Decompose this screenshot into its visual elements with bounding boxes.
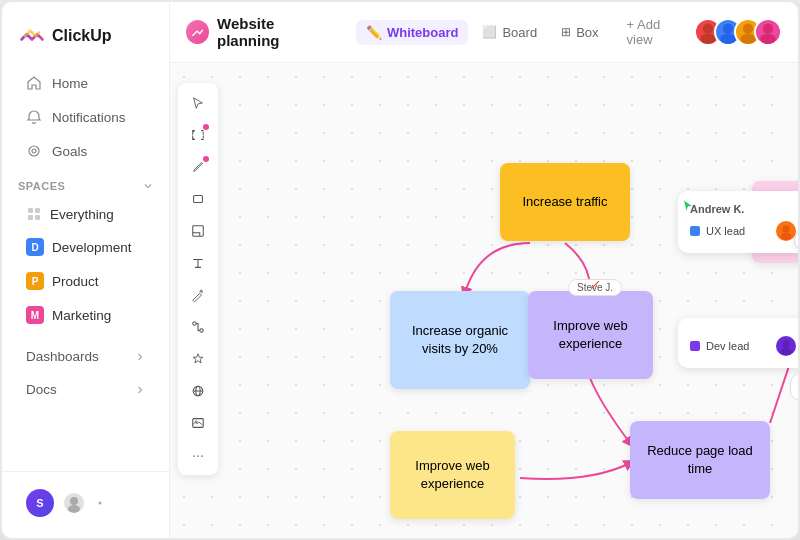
- svg-point-0: [29, 146, 39, 156]
- ux-avatar: [776, 221, 796, 241]
- badge-nikita: Nikita Q.: [790, 373, 798, 401]
- whiteboard-canvas[interactable]: ···: [170, 63, 798, 538]
- tool-rect[interactable]: [184, 185, 212, 213]
- svg-point-27: [782, 341, 789, 348]
- svg-point-13: [743, 23, 753, 33]
- tool-magic[interactable]: [184, 281, 212, 309]
- user-profile[interactable]: S: [10, 481, 161, 525]
- home-icon: [26, 75, 42, 91]
- chevron-right-icon: [135, 352, 145, 362]
- svg-point-25: [782, 226, 789, 233]
- spaces-section-header: Spaces: [2, 168, 169, 198]
- tool-globe[interactable]: [184, 377, 212, 405]
- svg-rect-3: [35, 208, 40, 213]
- svg-rect-17: [194, 196, 203, 203]
- svg-point-28: [781, 348, 792, 355]
- sticky-increase-traffic[interactable]: Increase traffic: [500, 163, 630, 241]
- user-menu-dot: [96, 499, 104, 507]
- header-tabs: ✏️ Whiteboard ⬜ Board ⊞ Box + Add view: [356, 12, 686, 52]
- svg-point-16: [760, 34, 775, 44]
- card-andrew[interactable]: Andrew K. UX lead: [678, 191, 798, 253]
- svg-rect-2: [28, 208, 33, 213]
- space-marketing[interactable]: M Marketing: [10, 299, 161, 331]
- user-avatar: S: [26, 489, 54, 517]
- svg-point-26: [781, 233, 792, 240]
- svg-point-11: [723, 23, 733, 33]
- svg-rect-5: [35, 215, 40, 220]
- card-dev[interactable]: Dev lead: [678, 318, 798, 368]
- svg-point-1: [32, 149, 36, 153]
- sidebar: ClickUp Home Notifications Goals Spaces: [2, 2, 170, 538]
- box-tab-icon: ⊞: [561, 25, 571, 39]
- whiteboard-tab-icon: ✏️: [366, 25, 382, 40]
- ux-lead-task: UX lead: [690, 221, 796, 241]
- svg-point-19: [193, 322, 197, 326]
- product-space-dot: P: [26, 272, 44, 290]
- header: Website planning ✏️ Whiteboard ⬜ Board ⊞…: [170, 2, 798, 63]
- cursor-indicator: [682, 198, 694, 218]
- svg-point-6: [70, 497, 78, 505]
- board-tab-icon: ⬜: [482, 25, 497, 39]
- nav-goals[interactable]: Goals: [10, 135, 161, 167]
- ux-dot: [690, 226, 700, 236]
- avatar-4: [754, 18, 782, 46]
- space-everything[interactable]: Everything: [10, 199, 161, 229]
- page-title: Website planning: [217, 15, 336, 49]
- sticky-improve-web-1[interactable]: Improve web experience: [528, 291, 653, 379]
- andrew-name: Andrew K.: [690, 203, 796, 215]
- chevron-right-icon-docs: [135, 385, 145, 395]
- user-photo: [64, 493, 84, 513]
- bell-icon: [26, 109, 42, 125]
- vertical-toolbar: ···: [178, 83, 218, 475]
- nav-home[interactable]: Home: [10, 67, 161, 99]
- pencil-indicator: [588, 278, 602, 296]
- svg-point-9: [703, 23, 713, 33]
- development-space-dot: D: [26, 238, 44, 256]
- tool-image[interactable]: [184, 409, 212, 437]
- dev-lead-task: Dev lead: [690, 336, 796, 356]
- nav-notifications[interactable]: Notifications: [10, 101, 161, 133]
- tool-star[interactable]: [184, 345, 212, 373]
- docs-item[interactable]: Docs: [10, 374, 161, 405]
- tool-sticky[interactable]: [184, 217, 212, 245]
- space-product[interactable]: P Product: [10, 265, 161, 297]
- chevron-down-icon: [143, 181, 153, 191]
- sticky-reduce-page-load[interactable]: Reduce page load time: [630, 421, 770, 499]
- dev-dot: [690, 341, 700, 351]
- dev-avatar: [776, 336, 796, 356]
- tool-more[interactable]: ···: [184, 441, 212, 469]
- tool-frame[interactable]: [184, 121, 212, 149]
- tool-text[interactable]: [184, 249, 212, 277]
- logo-text: ClickUp: [52, 27, 112, 45]
- marketing-space-dot: M: [26, 306, 44, 324]
- add-view-button[interactable]: + Add view: [617, 12, 686, 52]
- svg-point-15: [763, 23, 773, 33]
- sticky-increase-organic[interactable]: Increase organic visits by 20%: [390, 291, 530, 389]
- dashboards-item[interactable]: Dashboards: [10, 341, 161, 372]
- tool-cursor[interactable]: [184, 89, 212, 117]
- tab-box[interactable]: ⊞ Box: [551, 20, 608, 45]
- tool-pen[interactable]: [184, 153, 212, 181]
- main-area: Website planning ✏️ Whiteboard ⬜ Board ⊞…: [170, 2, 798, 538]
- svg-rect-4: [28, 215, 33, 220]
- grid-icon: [26, 206, 42, 222]
- sticky-improve-web-2[interactable]: Improve web experience: [390, 431, 515, 519]
- goals-icon: [26, 143, 42, 159]
- page-icon: [186, 20, 209, 44]
- svg-point-8: [99, 502, 102, 505]
- tool-connector[interactable]: [184, 313, 212, 341]
- svg-point-7: [68, 505, 80, 513]
- svg-point-20: [200, 329, 204, 333]
- space-development[interactable]: D Development: [10, 231, 161, 263]
- tab-whiteboard[interactable]: ✏️ Whiteboard: [356, 20, 469, 45]
- svg-rect-18: [193, 226, 204, 237]
- tab-board[interactable]: ⬜ Board: [472, 20, 547, 45]
- logo[interactable]: ClickUp: [2, 14, 169, 66]
- header-avatars: [694, 18, 782, 46]
- clickup-logo-icon: [18, 22, 46, 50]
- user-section: S: [2, 471, 169, 526]
